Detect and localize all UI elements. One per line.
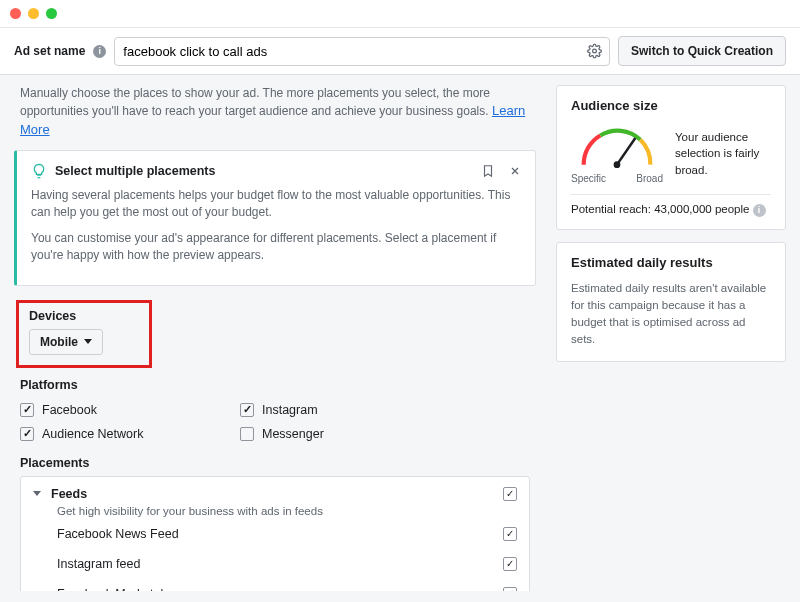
checkbox-icon [503, 527, 517, 541]
ad-set-name-label: Ad set name [14, 44, 85, 58]
ad-set-name-input-wrap [114, 37, 610, 66]
ad-set-name-input[interactable] [114, 37, 610, 66]
traffic-light-zoom[interactable] [46, 8, 57, 19]
placements-label: Placements [20, 456, 536, 470]
devices-value: Mobile [40, 335, 78, 349]
svg-point-2 [614, 161, 621, 168]
daily-results-card: Estimated daily results Estimated daily … [556, 242, 786, 362]
traffic-light-minimize[interactable] [28, 8, 39, 19]
intro-copy: Manually choose the places to show your … [20, 86, 490, 118]
checkbox-icon [240, 427, 254, 441]
window-chrome [0, 0, 800, 28]
daily-results-title: Estimated daily results [571, 255, 771, 270]
audience-size-title: Audience size [571, 98, 771, 113]
placement-facebook-news-feed[interactable]: Facebook News Feed [57, 527, 517, 541]
right-column: Audience size Specific Bro [556, 85, 786, 591]
placement-facebook-marketplace[interactable]: Facebook Marketplace [57, 587, 517, 591]
platform-name: Audience Network [42, 427, 143, 441]
placements-group: Feeds Get high visibility for your busin… [20, 476, 530, 591]
feeds-title: Feeds [51, 487, 493, 501]
devices-section-highlight: Devices Mobile [16, 300, 152, 368]
tip-paragraph-2: You can customise your ad's appearance f… [31, 230, 521, 265]
feeds-group-header[interactable]: Feeds [33, 487, 517, 501]
content-area: Manually choose the places to show your … [0, 75, 800, 601]
checkbox-icon [20, 403, 34, 417]
tip-title: Select multiple placements [55, 164, 473, 178]
switch-quick-creation-button[interactable]: Switch to Quick Creation [618, 36, 786, 66]
daily-results-body: Estimated daily results aren't available… [571, 280, 771, 349]
platform-name: Instagram [262, 403, 318, 417]
audience-description: Your audience selection is fairly broad. [675, 129, 771, 177]
placement-instagram-feed[interactable]: Instagram feed [57, 557, 517, 571]
tip-card: Select multiple placements Having severa… [14, 150, 536, 286]
devices-dropdown[interactable]: Mobile [29, 329, 103, 355]
devices-label: Devices [29, 309, 139, 323]
traffic-light-close[interactable] [10, 8, 21, 19]
feeds-subtitle: Get high visibility for your business wi… [57, 505, 517, 517]
audience-size-card: Audience size Specific Bro [556, 85, 786, 230]
gear-icon[interactable] [587, 44, 602, 59]
platform-audience-network[interactable]: Audience Network [20, 427, 180, 441]
platforms-label: Platforms [20, 378, 536, 392]
info-icon[interactable]: i [93, 45, 106, 58]
platform-facebook[interactable]: Facebook [20, 403, 180, 417]
chevron-down-icon [84, 339, 92, 344]
feeds-group-checkbox[interactable] [503, 487, 517, 501]
checkbox-icon [20, 427, 34, 441]
svg-point-0 [593, 49, 597, 53]
close-icon[interactable] [509, 165, 521, 177]
chevron-down-icon [33, 491, 41, 496]
gauge-label-specific: Specific [571, 173, 606, 184]
platforms-list: Facebook Instagram Audience Network Mess… [14, 398, 536, 446]
platform-instagram[interactable]: Instagram [240, 403, 400, 417]
platform-name: Messenger [262, 427, 324, 441]
checkbox-icon [503, 587, 517, 591]
placements-intro-text: Manually choose the places to show your … [20, 85, 536, 140]
potential-reach: Potential reach: 43,000,000 people i [571, 203, 771, 217]
gauge-label-broad: Broad [636, 173, 663, 184]
svg-line-1 [617, 138, 635, 165]
platform-messenger[interactable]: Messenger [240, 427, 400, 441]
lightbulb-icon [31, 163, 47, 179]
left-column: Manually choose the places to show your … [14, 85, 540, 591]
audience-gauge: Specific Broad [571, 123, 663, 184]
checkbox-icon [240, 403, 254, 417]
bookmark-icon[interactable] [481, 164, 495, 178]
reach-value: 43,000,000 people [654, 203, 749, 215]
header-bar: Ad set name i Switch to Quick Creation [0, 28, 800, 75]
tip-paragraph-1: Having several placements helps your bud… [31, 187, 521, 222]
platform-name: Facebook [42, 403, 97, 417]
checkbox-icon [503, 557, 517, 571]
reach-label: Potential reach: [571, 203, 651, 215]
info-icon[interactable]: i [753, 204, 766, 217]
